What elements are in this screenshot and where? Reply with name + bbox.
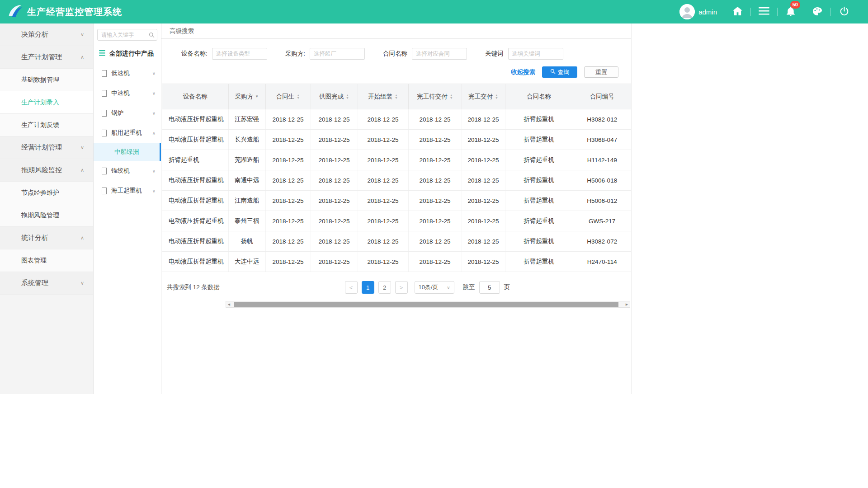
tree-item-offshore-crane[interactable]: 海工起重机 ∨ <box>94 181 161 201</box>
tree-root-all-products[interactable]: 全部进行中产品 <box>94 45 161 63</box>
jump-page-input[interactable] <box>479 281 500 294</box>
table-footer: 共搜索到 12 条数据 < 1 2 > 10条/页 ∨ 跳至 页 <box>161 272 631 294</box>
tree-item-anchor-winch[interactable]: 锚绞机 ∨ <box>94 161 161 181</box>
sidebar-item-operation-plan-management[interactable]: 经营计划管理 ∨ <box>0 136 93 159</box>
sidebar-item-label: 拖期风险管理 <box>21 211 59 220</box>
table-cell: 2018-12-25 <box>265 231 311 252</box>
column-label: 合同生 <box>276 93 295 100</box>
reset-button[interactable]: 重置 <box>584 66 618 78</box>
column-label: 供图完成 <box>319 93 344 100</box>
table-cell: 2018-12-25 <box>462 252 505 272</box>
prev-page-button[interactable]: < <box>345 281 358 294</box>
column-label: 合同编号 <box>590 93 614 100</box>
col-drawing-complete[interactable]: 供图完成▲▼ <box>311 84 358 109</box>
search-actions: 收起搜索 查询 重置 <box>161 60 631 84</box>
avatar <box>679 4 695 19</box>
scrollbar-track[interactable] <box>232 301 624 307</box>
scroll-right-icon[interactable]: ▶ <box>624 301 630 307</box>
sidebar-item-system-management[interactable]: 系统管理 ∨ <box>0 272 93 295</box>
table-cell: 江南造船 <box>228 191 265 211</box>
table-row[interactable]: 电动液压折臂起重机南通中远2018-12-252018-12-252018-12… <box>162 170 631 191</box>
table-cell: 2018-12-25 <box>265 211 311 231</box>
sidebar-item-decision-analysis[interactable]: 决策分析 ∨ <box>0 23 93 46</box>
chevron-up-icon: ∧ <box>80 167 84 173</box>
app-title: 生产经营监控管理系统 <box>27 6 122 18</box>
table-row[interactable]: 电动液压折臂起重机扬帆2018-12-252018-12-252018-12-2… <box>162 231 631 252</box>
theme-palette-button[interactable] <box>804 3 830 21</box>
jump-label: 跳至 <box>463 283 475 291</box>
menu-button[interactable] <box>751 3 777 21</box>
sidebar-item-production-plan-entry[interactable]: 生产计划录入 <box>0 91 93 114</box>
logout-button[interactable] <box>831 3 857 21</box>
user-menu[interactable]: admin <box>679 4 717 19</box>
horizontal-scrollbar[interactable]: ◀ ▶ <box>226 301 630 308</box>
page-button-2[interactable]: 2 <box>378 281 391 294</box>
chevron-down-icon: ∨ <box>152 71 156 76</box>
table-cell: 芜湖造船 <box>228 150 265 170</box>
sort-icon: ▲▼ <box>450 94 453 99</box>
query-button[interactable]: 查询 <box>542 66 577 78</box>
page-button-1[interactable]: 1 <box>362 281 374 294</box>
sidebar-item-statistics-analysis[interactable]: 统计分析 ∧ <box>0 227 93 249</box>
tree-item-marine-crane[interactable]: 船用起重机 ∧ <box>94 123 161 143</box>
column-label: 合同名称 <box>527 93 551 100</box>
sidebar-item-node-experience-maintenance[interactable]: 节点经验维护 <box>0 182 93 204</box>
collapse-search-link[interactable]: 收起搜索 <box>511 68 535 76</box>
next-page-button[interactable]: > <box>395 281 408 294</box>
notifications-button[interactable]: 50 <box>778 3 804 21</box>
search-form: 设备名称: 采购方: 合同名称 关键词 <box>161 39 631 60</box>
table-cell: 2018-12-25 <box>311 252 358 272</box>
palette-icon <box>812 7 822 17</box>
sort-icon: ▲▼ <box>346 94 349 99</box>
col-contract-sign[interactable]: 合同生▲▼ <box>265 84 311 109</box>
advanced-search-tab[interactable]: 高级搜索 <box>161 23 631 39</box>
col-contract-no: 合同编号 <box>573 84 631 109</box>
sidebar-item-chart-management[interactable]: 图表管理 <box>0 249 93 272</box>
shipyard-input[interactable] <box>310 48 365 60</box>
table-cell: 折臂起重机 <box>505 231 573 252</box>
col-purchaser[interactable]: 采购方▼ <box>228 84 265 109</box>
sidebar-item-delay-risk-management[interactable]: 拖期风险管理 <box>0 204 93 227</box>
tree-item-zhongchuan-lvzhou[interactable]: 中船绿洲 <box>94 143 161 161</box>
sidebar-item-production-plan-management[interactable]: 生产计划管理 ∧ <box>0 46 93 69</box>
col-delivery[interactable]: 完工交付▲▼ <box>462 84 505 109</box>
search-icon[interactable] <box>149 32 155 40</box>
tree-item-low-speed-engine[interactable]: 低速机 ∨ <box>94 63 161 83</box>
table-row[interactable]: 电动液压折臂起重机江苏宏强2018-12-252018-12-252018-12… <box>162 109 631 130</box>
table-cell: 2018-12-25 <box>265 130 311 150</box>
table-row[interactable]: 电动液压折臂起重机泰州三福2018-12-252018-12-252018-12… <box>162 211 631 231</box>
product-icon <box>102 90 107 97</box>
table-row[interactable]: 折臂起重机芜湖造船2018-12-252018-12-252018-12-252… <box>162 150 631 170</box>
sidebar-item-production-plan-feedback[interactable]: 生产计划反馈 <box>0 114 93 136</box>
sidebar-item-basic-data-management[interactable]: 基础数据管理 <box>0 69 93 91</box>
col-assembly-start[interactable]: 开始组装▲▼ <box>358 84 408 109</box>
keyword-input[interactable] <box>508 48 563 60</box>
tree-item-boiler[interactable]: 锅炉 ∨ <box>94 103 161 123</box>
tree-item-medium-speed-engine[interactable]: 中速机 ∨ <box>94 83 161 103</box>
home-button[interactable] <box>724 3 750 21</box>
sidebar-item-delay-risk-monitoring[interactable]: 拖期风险监控 ∧ <box>0 159 93 182</box>
col-pending-delivery[interactable]: 完工待交付▲▼ <box>408 84 462 109</box>
table-cell: 2018-12-25 <box>462 170 505 191</box>
table-cell: 2018-12-25 <box>311 150 358 170</box>
sidebar-item-label: 决策分析 <box>21 30 48 39</box>
sidebar-item-label: 生产计划管理 <box>21 53 62 61</box>
device-type-input[interactable] <box>212 48 267 60</box>
table-cell: 2018-12-25 <box>358 252 408 272</box>
sidebar-item-label: 生产计划录入 <box>21 99 59 107</box>
table-row[interactable]: 电动液压折臂起重机江南造船2018-12-252018-12-252018-12… <box>162 191 631 211</box>
contract-input[interactable] <box>412 48 467 60</box>
chevron-up-icon: ∧ <box>80 235 84 241</box>
product-icon <box>102 130 107 136</box>
chevron-down-icon: ∨ <box>80 280 84 286</box>
scrollbar-thumb[interactable] <box>234 302 618 307</box>
jump-suffix-label: 页 <box>504 283 510 291</box>
content-area: 决策分析 ∨ 生产计划管理 ∧ 基础数据管理 生产计划录入 生产计划反馈 经营计… <box>0 23 868 394</box>
table-row[interactable]: 电动液压折臂起重机长兴造船2018-12-252018-12-252018-12… <box>162 130 631 150</box>
scroll-left-icon[interactable]: ◀ <box>226 301 232 307</box>
page-size-select[interactable]: 10条/页 ∨ <box>415 281 454 294</box>
chevron-down-icon: ∨ <box>152 91 156 96</box>
table-cell: 南通中远 <box>228 170 265 191</box>
sidebar: 决策分析 ∨ 生产计划管理 ∧ 基础数据管理 生产计划录入 生产计划反馈 经营计… <box>0 23 94 394</box>
table-row[interactable]: 电动液压折臂起重机大连中远2018-12-252018-12-252018-12… <box>162 252 631 272</box>
